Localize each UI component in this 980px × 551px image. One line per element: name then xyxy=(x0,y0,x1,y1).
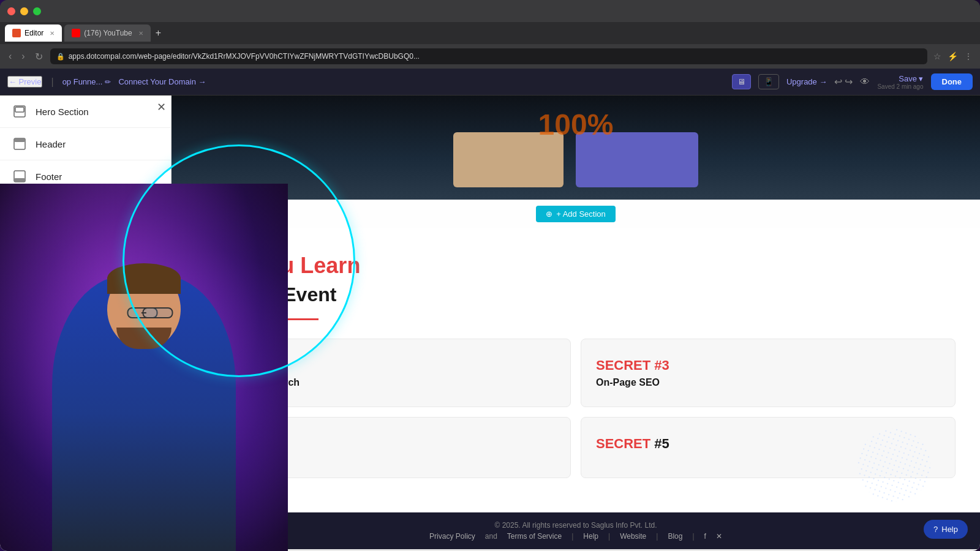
webcam-overlay xyxy=(0,184,288,551)
tab-youtube[interactable]: (176) YouTube ✕ xyxy=(64,24,150,42)
edit-funnel-icon[interactable]: ✏ xyxy=(105,78,111,86)
heading-black: this Free Event xyxy=(196,283,956,306)
youtube-favicon xyxy=(72,29,80,37)
help-button[interactable]: ? Help xyxy=(924,520,968,539)
menu-button[interactable]: ⋮ xyxy=(963,50,974,62)
editor-main: ✕ Hero Section Header xyxy=(0,96,980,551)
browser-actions: ☆ ⚡ ⋮ xyxy=(932,50,974,62)
secret-card-3: SECRET #3 On-Page SEO xyxy=(581,339,956,407)
footer-icon xyxy=(12,169,27,184)
footer-links: Privacy Policy and Terms of Service | He… xyxy=(196,532,956,541)
editor-favicon xyxy=(12,29,21,37)
panel-close-button[interactable]: ✕ xyxy=(157,100,166,114)
tab-bar: Editor ✕ (176) YouTube ✕ + xyxy=(0,22,980,44)
secrets-grid-2: SECRET #5 SECRET #5 xyxy=(196,417,956,478)
svg-rect-1 xyxy=(15,107,24,112)
help-link[interactable]: Help xyxy=(583,532,598,541)
secrets-grid: SECRET #2 Keyword Research SECRET #3 On-… xyxy=(196,339,956,407)
undo-button[interactable]: ↩ xyxy=(834,76,842,88)
redo-button[interactable]: ↪ xyxy=(845,76,853,88)
section-item-header[interactable]: Header xyxy=(0,128,171,160)
preview-toggle-button[interactable]: 👁 xyxy=(860,77,870,88)
editor-toolbar: ← Previe | op Funne... ✏ Connect Your Do… xyxy=(0,69,980,96)
add-section-icon: ⊕ xyxy=(546,209,552,219)
secret-3-title: On-Page SEO xyxy=(596,377,940,388)
top-preview-section: 100% xyxy=(172,96,980,200)
back-label: ← Previe xyxy=(9,77,41,86)
website-link[interactable]: Website xyxy=(620,532,646,541)
blog-link[interactable]: Blog xyxy=(668,532,682,541)
terms-link[interactable]: Terms of Service xyxy=(507,532,562,541)
back-button[interactable]: ‹ xyxy=(6,50,14,63)
heading-red: t Will You Learn xyxy=(196,253,956,279)
header-icon xyxy=(12,137,27,151)
add-section-bar: ⊕ + Add Section xyxy=(172,200,980,228)
maximize-button[interactable] xyxy=(33,7,41,15)
twitter-link[interactable]: ✕ xyxy=(716,532,722,541)
privacy-link[interactable]: Privacy Policy xyxy=(429,532,475,541)
svg-rect-3 xyxy=(14,138,25,142)
funnel-title: op Funne... ✏ xyxy=(62,77,111,86)
url-text: apps.dotcompal.com/web-page/editor/VkZkd… xyxy=(69,52,420,61)
section-item-hero[interactable]: Hero Section xyxy=(0,96,171,128)
page-footer: © 2025. All rights reserved to Saglus In… xyxy=(172,512,980,549)
url-bar[interactable]: 🔒 apps.dotcompal.com/web-page/editor/VkZ… xyxy=(50,48,927,64)
minimize-button[interactable] xyxy=(20,7,28,15)
tab-editor-label: Editor xyxy=(24,29,43,37)
svg-rect-5 xyxy=(14,178,25,182)
secret-5b-number: SECRET #5 xyxy=(596,436,940,452)
help-icon: ? xyxy=(933,525,938,534)
new-tab-button[interactable]: + xyxy=(153,28,164,39)
tab-youtube-label: (176) YouTube xyxy=(84,29,132,37)
undo-redo-group: ↩ ↪ xyxy=(834,76,853,88)
secret-card-5b: SECRET #5 xyxy=(581,417,956,478)
forward-button[interactable]: › xyxy=(19,50,27,63)
extensions-button[interactable]: ⚡ xyxy=(946,50,959,62)
lock-icon: 🔒 xyxy=(56,53,65,61)
tab-editor[interactable]: Editor ✕ xyxy=(5,24,62,42)
secret-3-number: SECRET #3 xyxy=(596,358,940,373)
facebook-link[interactable]: f xyxy=(704,532,706,541)
mobile-view-button[interactable]: 📱 xyxy=(758,74,779,89)
bookmark-button[interactable]: ☆ xyxy=(932,50,943,62)
tab-youtube-close[interactable]: ✕ xyxy=(138,30,143,37)
reload-button[interactable]: ↻ xyxy=(32,50,45,64)
back-to-preview-button[interactable]: ← Previe xyxy=(7,76,42,88)
webcam-background xyxy=(0,184,288,551)
done-button[interactable]: Done xyxy=(931,73,973,90)
hero-icon xyxy=(12,104,27,119)
save-button[interactable]: Save ▾ Saved 2 min ago xyxy=(877,74,923,90)
canvas-area: 100% ⊕ + Add Section t Will You Learn th… xyxy=(172,96,980,551)
close-button[interactable] xyxy=(7,7,15,15)
connect-domain-button[interactable]: Connect Your Domain → xyxy=(118,77,206,86)
content-section: t Will You Learn this Free Event SECRET … xyxy=(172,228,980,512)
tab-editor-close[interactable]: ✕ xyxy=(50,30,55,37)
desktop-view-button[interactable]: 🖥 xyxy=(732,74,751,89)
upgrade-button[interactable]: Upgrade → xyxy=(786,77,827,86)
address-bar: ‹ › ↻ 🔒 apps.dotcompal.com/web-page/edit… xyxy=(0,44,980,69)
add-section-button[interactable]: ⊕ + Add Section xyxy=(536,206,616,222)
